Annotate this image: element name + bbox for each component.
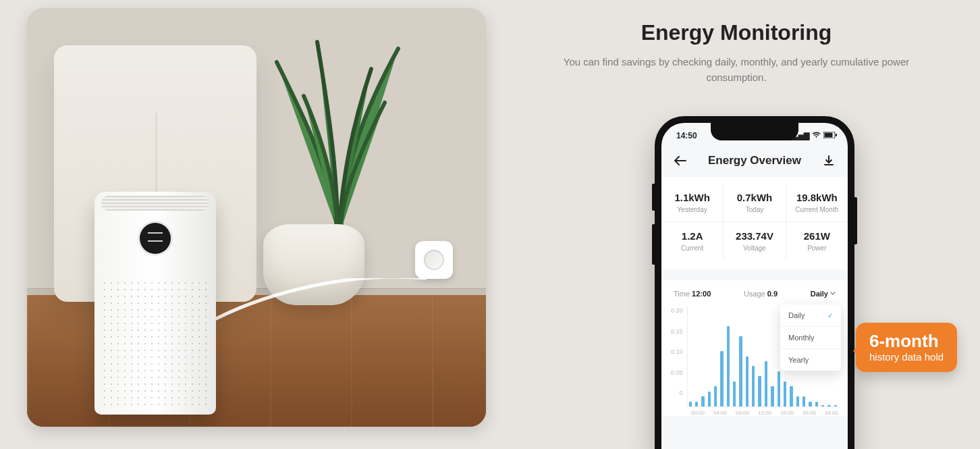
chart-time: Time 12:00 <box>674 290 711 298</box>
chart-bar[interactable] <box>689 402 692 406</box>
chart-bar[interactable] <box>758 376 761 406</box>
chart-bar[interactable] <box>821 405 824 406</box>
range-dropdown[interactable]: Daily <box>811 290 836 298</box>
chart-bar[interactable] <box>695 402 698 406</box>
status-time: 14:50 <box>676 131 697 140</box>
plant-pot <box>263 224 364 305</box>
range-dropdown-menu: Daily ✓ Monthly Yearly <box>780 305 841 371</box>
chart-card: Time 12:00 Usage 0.9 Daily Daily ✓ <box>661 280 848 416</box>
chart-bar[interactable] <box>815 402 818 406</box>
svg-rect-1 <box>825 133 833 138</box>
dropdown-option-yearly[interactable]: Yearly <box>780 349 841 371</box>
svg-rect-2 <box>836 134 837 136</box>
chart-bar[interactable] <box>727 326 730 406</box>
purifier-display-icon <box>140 223 171 254</box>
chart-bar[interactable] <box>790 386 792 406</box>
app-title: Energy Overview <box>708 154 801 167</box>
feature-callout: 6-month history data hold <box>856 323 957 372</box>
chart-bar[interactable] <box>771 386 773 406</box>
chart-bar[interactable] <box>708 392 711 406</box>
section-title: Energy Monitoring <box>513 20 960 45</box>
product-illustration <box>27 8 486 427</box>
chart-x-axis: 00:0004:0008:0012:0016:0020:0024:00 <box>671 407 838 416</box>
app-header: Energy Overview <box>661 143 848 177</box>
chevron-down-icon <box>830 292 836 296</box>
chart-bar[interactable] <box>720 351 723 406</box>
chart-bar[interactable] <box>827 405 830 406</box>
metric-row: 1.1kWh Yesterday 0.7kWh Today 19.8kWh Cu… <box>661 184 848 222</box>
chart-bar[interactable] <box>796 396 799 406</box>
dropdown-option-monthly[interactable]: Monthly <box>780 327 841 349</box>
callout-subtitle: history data hold <box>869 351 944 363</box>
back-icon[interactable] <box>674 154 687 167</box>
section-heading: Energy Monitoring You can find savings b… <box>513 20 960 85</box>
metric-current[interactable]: 1.2A Current <box>661 222 724 260</box>
chart-bar[interactable] <box>834 405 837 406</box>
metric-row: 1.2A Current 233.74V Voltage 261W Power <box>661 222 848 260</box>
metric-yesterday[interactable]: 1.1kWh Yesterday <box>661 184 724 221</box>
metric-current-month[interactable]: 19.8kWh Current Month <box>786 184 848 221</box>
metric-power[interactable]: 261W Power <box>786 222 848 260</box>
metric-voltage[interactable]: 233.74V Voltage <box>724 222 786 260</box>
phone-screen: 14:50 ▁▃▅▇ Energy Overview <box>661 123 848 449</box>
phone-mockup: 14:50 ▁▃▅▇ Energy Overview <box>655 116 854 449</box>
chart-bar[interactable] <box>809 402 811 406</box>
check-icon: ✓ <box>827 312 833 319</box>
chart-bar[interactable] <box>778 371 780 406</box>
chart-bar[interactable] <box>752 366 755 406</box>
chart-header: Time 12:00 Usage 0.9 Daily <box>671 290 838 298</box>
download-icon[interactable] <box>822 154 836 167</box>
dropdown-option-daily[interactable]: Daily ✓ <box>780 305 841 327</box>
chart-bar[interactable] <box>739 336 742 406</box>
plant-icon <box>256 22 418 238</box>
callout-title: 6-month <box>869 332 944 350</box>
chart-usage: Usage 0.9 <box>744 290 778 298</box>
chart-bar[interactable] <box>746 356 748 407</box>
chart-bar[interactable] <box>802 396 805 406</box>
chart-bar[interactable] <box>733 381 736 406</box>
metrics-panel: 1.1kWh Yesterday 0.7kWh Today 19.8kWh Cu… <box>661 177 848 269</box>
phone-notch <box>711 123 798 140</box>
air-purifier <box>94 192 216 415</box>
chart-bar[interactable] <box>701 396 704 406</box>
section-subtitle: You can find savings by checking daily, … <box>547 55 925 85</box>
smart-plug <box>415 241 453 279</box>
chart-y-axis: 0.200.150.100.050 <box>671 306 687 407</box>
chart-bar[interactable] <box>714 386 717 406</box>
battery-icon <box>823 132 837 140</box>
metric-today[interactable]: 0.7kWh Today <box>724 184 786 221</box>
chart-bar[interactable] <box>765 361 767 406</box>
wifi-icon <box>812 132 821 140</box>
chart-bar[interactable] <box>784 381 786 406</box>
